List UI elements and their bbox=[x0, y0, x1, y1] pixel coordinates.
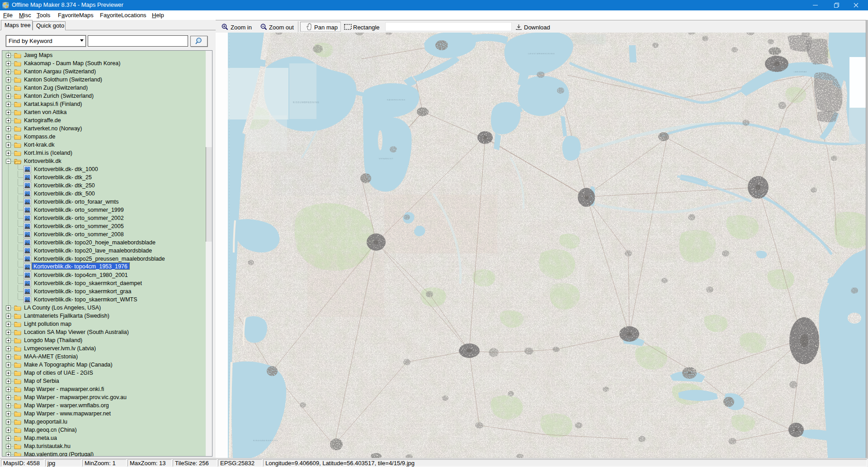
svg-text:V E N Ø B U G T: V E N Ø B U G T bbox=[379, 157, 393, 160]
svg-text:K Å S B R E D N I N G: K Å S B R E D N I N G bbox=[387, 99, 405, 101]
svg-text:L A N G E R A K: L A N G E R A K bbox=[794, 71, 807, 73]
svg-text:N I S S U M B R E D N I N G: N I S S U M B R E D N I N G bbox=[293, 101, 319, 104]
svg-text:R I N G K Ø B I N G F J O R: R I N G K Ø B I N G F J O R D bbox=[253, 439, 278, 442]
svg-text:L Ø G S T Ø R B R E D N I N: L Ø G S T Ø R B R E D N I N G bbox=[528, 52, 555, 55]
